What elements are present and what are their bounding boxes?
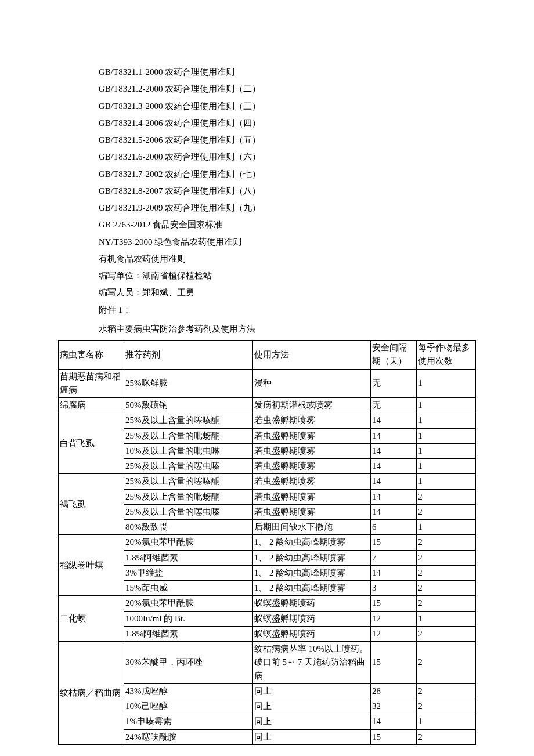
cell-count: 1 bbox=[417, 611, 476, 626]
cell-count: 2 bbox=[417, 489, 476, 504]
cell-interval: 14 bbox=[371, 714, 417, 729]
cell-method: 若虫盛孵期喷雾 bbox=[252, 474, 370, 489]
reference-line: GB/T8321.2-2000 农药合理使用准则（二） bbox=[99, 81, 482, 97]
cell-drug: 25%及以上含量的噻虫嗪 bbox=[124, 504, 253, 519]
cell-method: 1、 2 龄幼虫高峰期喷雾 bbox=[252, 550, 370, 565]
cell-method: 1、 2 龄幼虫高峰期喷雾 bbox=[252, 581, 370, 596]
cell-method: 同上 bbox=[252, 699, 370, 714]
reference-line: NY/T393-2000 绿色食品农药使用准则 bbox=[99, 234, 482, 251]
cell-interval: 12 bbox=[371, 626, 417, 641]
cell-interval: 15 bbox=[371, 535, 417, 550]
cell-drug: 25%及以上含量的吡蚜酮 bbox=[124, 489, 253, 504]
cell-interval: 14 bbox=[371, 565, 417, 580]
cell-drug: 80%敌敌畏 bbox=[124, 520, 253, 535]
cell-drug: 1000Iu/ml 的 Bt. bbox=[124, 611, 253, 626]
cell-drug: 20%氯虫苯甲酰胺 bbox=[124, 596, 253, 611]
header-method: 使用方法 bbox=[252, 341, 370, 370]
reference-line: GB/T8321.8-2007 农药合理使用准则（八） bbox=[99, 183, 482, 200]
reference-line: GB/T8321.5-2006 农药合理使用准则（五） bbox=[99, 132, 482, 149]
cell-count: 2 bbox=[417, 504, 476, 519]
cell-name: 白背飞虱 bbox=[59, 413, 124, 474]
reference-line: GB/T8321.6-2000 农药合理使用准则（六） bbox=[99, 149, 482, 165]
cell-method: 若虫盛孵期喷雾 bbox=[252, 413, 370, 428]
cell-drug: 3%甲维盐 bbox=[124, 565, 253, 580]
reference-line: GB/T8321.9-2009 农药合理使用准则（九） bbox=[99, 200, 482, 216]
cell-count: 2 bbox=[417, 565, 476, 580]
cell-method: 蚁螟盛孵期喷药 bbox=[252, 626, 370, 641]
cell-count: 2 bbox=[417, 581, 476, 596]
cell-interval: 32 bbox=[371, 699, 417, 714]
table-row: 二化螟20%氯虫苯甲酰胺蚁螟盛孵期喷药152 bbox=[59, 596, 476, 611]
cell-interval: 14 bbox=[371, 443, 417, 458]
cell-count: 1 bbox=[417, 459, 476, 474]
table-title: 水稻主要病虫害防治参考药剂及使用方法 bbox=[99, 321, 482, 338]
cell-interval: 3 bbox=[371, 581, 417, 596]
cell-name: 纹枯病／稻曲病 bbox=[59, 642, 124, 745]
cell-count: 1 bbox=[417, 520, 476, 535]
cell-interval: 无 bbox=[371, 369, 417, 398]
cell-count: 2 bbox=[417, 642, 476, 684]
cell-method: 后期田间缺水下撒施 bbox=[252, 520, 370, 535]
reference-line: GB/T8321.4-2006 农药合理使用准则（四） bbox=[99, 115, 482, 132]
cell-name: 二化螟 bbox=[59, 596, 124, 642]
reference-line: 附件 1： bbox=[99, 302, 482, 319]
cell-method: 若虫盛孵期喷雾 bbox=[252, 428, 370, 443]
reference-list: GB/T8321.1-2000 农药合理使用准则 GB/T8321.2-2000… bbox=[99, 64, 482, 319]
header-count: 每季作物最多使用次数 bbox=[417, 341, 476, 370]
reference-line: GB/T8321.1-2000 农药合理使用准则 bbox=[99, 64, 482, 81]
table-row: 白背飞虱25%及以上含量的噻嗪酮若虫盛孵期喷雾141 bbox=[59, 413, 476, 428]
cell-drug: 10%及以上含量的吡虫啉 bbox=[124, 443, 253, 458]
cell-interval: 14 bbox=[371, 474, 417, 489]
pesticide-table: 病虫害名称 推荐药剂 使用方法 安全间隔期（天） 每季作物最多使用次数 苗期恶苗… bbox=[58, 340, 476, 745]
header-drug: 推荐药剂 bbox=[124, 341, 253, 370]
table-row: 褐飞虱25%及以上含量的噻嗪酮若虫盛孵期喷雾141 bbox=[59, 474, 476, 489]
cell-interval: 14 bbox=[371, 504, 417, 519]
cell-drug: 25%及以上含量的噻虫嗪 bbox=[124, 459, 253, 474]
reference-line: GB/T8321.7-2002 农药合理使用准则（七） bbox=[99, 166, 482, 183]
cell-method: 蚁螟盛孵期喷药 bbox=[252, 611, 370, 626]
cell-count: 1 bbox=[417, 369, 476, 398]
cell-count: 1 bbox=[417, 474, 476, 489]
cell-count: 2 bbox=[417, 626, 476, 641]
cell-method: 同上 bbox=[252, 714, 370, 729]
cell-name: 稻纵卷叶螟 bbox=[59, 535, 124, 596]
cell-method: 浸种 bbox=[252, 369, 370, 398]
cell-drug: 30%苯醚甲．丙环唑 bbox=[124, 642, 253, 684]
cell-drug: 24%噻呋酰胺 bbox=[124, 729, 253, 744]
cell-name: 绵腐病 bbox=[59, 398, 124, 413]
table-row: 苗期恶苗病和稻瘟病25%咪鲜胺浸种无1 bbox=[59, 369, 476, 398]
reference-line: GB/T8321.3-2000 农药合理使用准则（三） bbox=[99, 98, 482, 115]
cell-drug: 15%茚虫威 bbox=[124, 581, 253, 596]
cell-drug: 43%戊唑醇 bbox=[124, 683, 253, 699]
table-row: 绵腐病50%敌磺钠发病初期灌根或喷雾无1 bbox=[59, 398, 476, 413]
cell-interval: 12 bbox=[371, 611, 417, 626]
table-row: 纹枯病／稻曲病30%苯醚甲．丙环唑纹枯病病丛率 10%以上喷药。破口前 5～ 7… bbox=[59, 642, 476, 684]
cell-count: 1 bbox=[417, 413, 476, 428]
cell-count: 2 bbox=[417, 729, 476, 744]
cell-method: 若虫盛孵期喷雾 bbox=[252, 459, 370, 474]
cell-method: 纹枯病病丛率 10%以上喷药。破口前 5～ 7 天施药防治稻曲病 bbox=[252, 642, 370, 684]
cell-count: 2 bbox=[417, 596, 476, 611]
cell-drug: 20%氯虫苯甲酰胺 bbox=[124, 535, 253, 550]
cell-drug: 10%己唑醇 bbox=[124, 699, 253, 714]
reference-line: 有机食品农药使用准则 bbox=[99, 251, 482, 267]
cell-drug: 25%及以上含量的噻嗪酮 bbox=[124, 413, 253, 428]
cell-count: 1 bbox=[417, 443, 476, 458]
cell-interval: 15 bbox=[371, 596, 417, 611]
cell-drug: 1%申嗪霉素 bbox=[124, 714, 253, 729]
cell-drug: 1.8%阿维菌素 bbox=[124, 550, 253, 565]
cell-interval: 15 bbox=[371, 642, 417, 684]
cell-method: 发病初期灌根或喷雾 bbox=[252, 398, 370, 413]
cell-interval: 6 bbox=[371, 520, 417, 535]
header-name: 病虫害名称 bbox=[59, 341, 124, 370]
reference-line: GB 2763-2012 食品安全国家标准 bbox=[99, 216, 482, 233]
cell-interval: 14 bbox=[371, 413, 417, 428]
reference-line: 编写单位：湖南省植保植检站 bbox=[99, 267, 482, 284]
table-header-row: 病虫害名称 推荐药剂 使用方法 安全间隔期（天） 每季作物最多使用次数 bbox=[59, 341, 476, 370]
header-interval: 安全间隔期（天） bbox=[371, 341, 417, 370]
cell-interval: 14 bbox=[371, 428, 417, 443]
cell-count: 1 bbox=[417, 428, 476, 443]
cell-interval: 14 bbox=[371, 459, 417, 474]
cell-count: 1 bbox=[417, 714, 476, 729]
reference-line: 编写人员：郑和斌、王勇 bbox=[99, 284, 482, 301]
